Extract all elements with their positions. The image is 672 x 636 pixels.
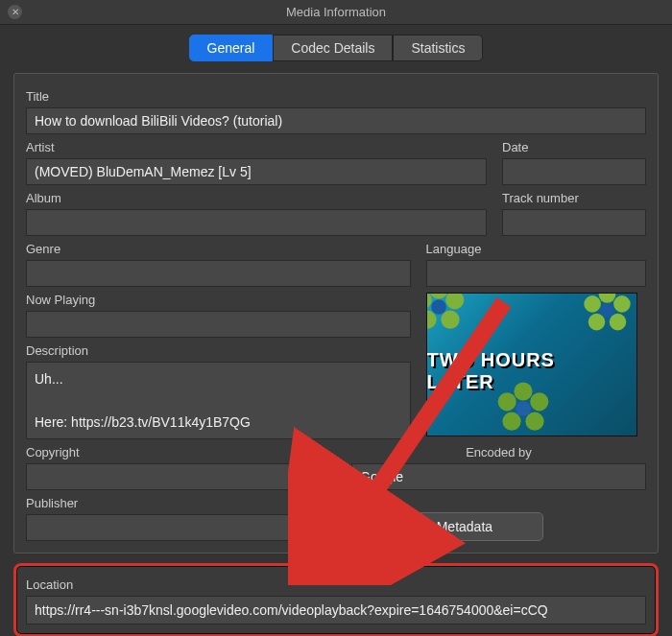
close-icon[interactable]: ✕ <box>8 5 22 19</box>
location-label: Location <box>26 577 646 592</box>
nowplaying-label: Now Playing <box>26 293 411 307</box>
track-field[interactable] <box>502 209 646 236</box>
tab-codec-details[interactable]: Codec Details <box>273 35 393 61</box>
svg-point-8 <box>525 412 543 431</box>
svg-point-11 <box>516 401 531 416</box>
location-field[interactable] <box>26 596 646 624</box>
svg-point-4 <box>426 293 432 309</box>
svg-point-9 <box>502 412 520 431</box>
location-panel: Location <box>13 563 659 636</box>
svg-point-5 <box>431 299 446 315</box>
encodedby-label: Encoded by <box>351 445 646 459</box>
language-field[interactable] <box>426 260 646 287</box>
nowplaying-field[interactable] <box>26 311 411 338</box>
publisher-label: Publisher <box>26 496 336 510</box>
title-label: Title <box>26 89 646 104</box>
svg-point-7 <box>530 392 548 411</box>
copyright-field[interactable] <box>26 463 336 490</box>
svg-point-16 <box>584 295 601 313</box>
svg-point-17 <box>600 303 613 317</box>
tab-statistics[interactable]: Statistics <box>393 35 483 61</box>
save-metadata-button[interactable]: Save Metadata <box>351 512 543 541</box>
svg-point-12 <box>598 293 615 303</box>
artist-field[interactable] <box>26 158 487 185</box>
copyright-label: Copyright <box>26 445 336 459</box>
album-label: Album <box>26 191 487 205</box>
description-label: Description <box>26 343 411 358</box>
media-info-window: ✕ Media Information General Codec Detail… <box>0 0 672 636</box>
svg-point-15 <box>588 314 605 331</box>
window-title: Media Information <box>0 5 672 19</box>
artist-label: Artist <box>26 140 487 154</box>
description-field[interactable] <box>26 362 411 439</box>
svg-point-1 <box>445 293 464 309</box>
svg-point-0 <box>429 293 447 299</box>
thumbnail-overlay-text: TWO HOURS LATER <box>427 349 629 393</box>
track-label: Track number <box>502 191 646 205</box>
title-field[interactable] <box>26 107 646 134</box>
tab-bar: General Codec Details Statistics <box>0 25 672 73</box>
album-field[interactable] <box>26 209 487 236</box>
genre-label: Genre <box>26 242 411 256</box>
date-field[interactable] <box>502 158 646 185</box>
metadata-panel: Title Artist Date Album Track number <box>13 73 659 554</box>
svg-point-10 <box>497 392 516 411</box>
video-thumbnail: TWO HOURS LATER <box>426 293 637 436</box>
genre-field[interactable] <box>26 260 411 287</box>
svg-point-2 <box>441 311 459 329</box>
svg-point-13 <box>613 295 631 313</box>
date-label: Date <box>502 140 646 154</box>
svg-point-14 <box>609 314 626 331</box>
tab-general[interactable]: General <box>189 35 274 61</box>
titlebar: ✕ Media Information <box>0 0 672 25</box>
encodedby-field[interactable] <box>351 463 646 490</box>
publisher-field[interactable] <box>26 514 336 541</box>
language-label: Language <box>426 242 646 256</box>
